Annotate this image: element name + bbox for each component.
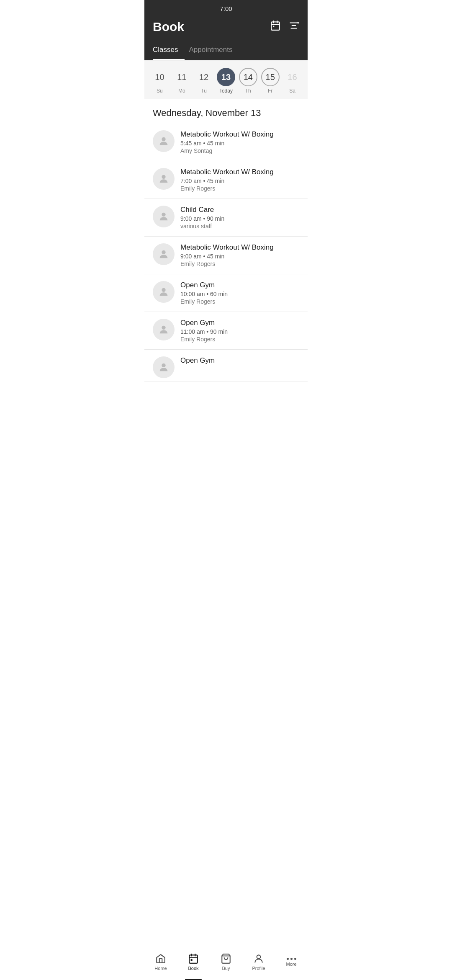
day-number-15: 15 (261, 68, 280, 86)
class-time: 10:00 am • 60 min (180, 291, 299, 297)
class-name: Open Gym (180, 281, 299, 289)
day-label-13: Today (219, 88, 233, 94)
status-time: 7:00 (220, 5, 232, 12)
class-info: Open Gym 10:00 am • 60 min Emily Rogers (180, 281, 299, 305)
class-instructor: Amy Sontag (180, 147, 299, 154)
class-info: Metabolic Workout W/ Boxing 9:00 am • 45… (180, 243, 299, 267)
class-item[interactable]: Metabolic Workout W/ Boxing 5:45 am • 45… (144, 124, 308, 161)
calendar-day-15[interactable]: 15 Fr (260, 68, 280, 94)
day-label-16: Sa (289, 88, 295, 94)
day-label-12: Tu (201, 88, 207, 94)
day-label-10: Su (157, 88, 163, 94)
day-number-14: 14 (239, 68, 257, 86)
svg-point-16 (162, 364, 165, 367)
calendar-day-10[interactable]: 10 Su (149, 68, 170, 94)
svg-point-9 (298, 22, 299, 23)
svg-rect-0 (271, 22, 280, 30)
class-item[interactable]: Open Gym 10:00 am • 60 min Emily Rogers (144, 274, 308, 312)
svg-point-11 (162, 175, 165, 179)
class-instructor: Emily Rogers (180, 298, 299, 305)
class-instructor: Emily Rogers (180, 260, 299, 267)
class-info: Open Gym 11:00 am • 90 min Emily Rogers (180, 319, 299, 343)
calendar-day-12[interactable]: 12 Tu (194, 68, 214, 94)
calendar-icon[interactable] (270, 20, 281, 34)
class-info: Child Care 9:00 am • 90 min various staf… (180, 206, 299, 230)
avatar (153, 130, 175, 152)
class-info: Metabolic Workout W/ Boxing 7:00 am • 45… (180, 168, 299, 192)
calendar-day-16[interactable]: 16 Sa (282, 68, 302, 94)
avatar (153, 168, 175, 190)
class-time: 9:00 am • 90 min (180, 215, 299, 222)
class-name: Open Gym (180, 356, 299, 365)
avatar (153, 356, 175, 378)
svg-point-13 (162, 250, 165, 254)
class-item[interactable]: Metabolic Workout W/ Boxing 7:00 am • 45… (144, 161, 308, 199)
day-number-16: 16 (283, 68, 301, 86)
class-item[interactable]: Child Care 9:00 am • 90 min various staf… (144, 199, 308, 237)
day-number-13: 13 (217, 68, 235, 86)
class-name: Open Gym (180, 319, 299, 327)
header: Book (144, 15, 308, 41)
tab-appointments[interactable]: Appointments (189, 41, 239, 60)
class-time: 7:00 am • 45 min (180, 178, 299, 184)
svg-point-15 (162, 326, 165, 330)
calendar-day-13[interactable]: 13 Today (216, 68, 236, 94)
avatar (153, 281, 175, 303)
class-name: Metabolic Workout W/ Boxing (180, 130, 299, 139)
class-time: 9:00 am • 45 min (180, 253, 299, 260)
tabs: Classes Appointments (144, 41, 308, 60)
svg-point-14 (162, 288, 165, 292)
day-label-11: Mo (178, 88, 185, 94)
class-list: Metabolic Workout W/ Boxing 5:45 am • 45… (144, 124, 308, 382)
svg-point-10 (162, 137, 165, 141)
status-bar: 7:00 (144, 0, 308, 15)
day-number-11: 11 (172, 68, 191, 86)
class-name: Metabolic Workout W/ Boxing (180, 243, 299, 252)
class-info: Open Gym (180, 356, 299, 366)
class-time: 11:00 am • 90 min (180, 328, 299, 335)
header-actions (270, 20, 299, 34)
day-label-14: Th (245, 88, 251, 94)
avatar (153, 319, 175, 340)
avatar (153, 206, 175, 227)
class-instructor: Emily Rogers (180, 185, 299, 192)
class-info: Metabolic Workout W/ Boxing 5:45 am • 45… (180, 130, 299, 154)
day-label-15: Fr (268, 88, 272, 94)
svg-point-12 (162, 213, 165, 217)
calendar-day-11[interactable]: 11 Mo (172, 68, 192, 94)
day-number-10: 10 (150, 68, 169, 86)
class-time: 5:45 am • 45 min (180, 140, 299, 147)
class-item[interactable]: Open Gym (144, 350, 308, 382)
day-number-12: 12 (195, 68, 213, 86)
class-name: Child Care (180, 206, 299, 214)
class-instructor: Emily Rogers (180, 336, 299, 343)
filter-icon[interactable] (288, 20, 299, 34)
class-item[interactable]: Open Gym 11:00 am • 90 min Emily Rogers (144, 312, 308, 350)
class-instructor: various staff (180, 223, 299, 230)
calendar-day-14[interactable]: 14 Th (238, 68, 258, 94)
class-name: Metabolic Workout W/ Boxing (180, 168, 299, 176)
date-heading: Wednesday, November 13 (144, 99, 308, 124)
tab-classes[interactable]: Classes (153, 41, 185, 60)
calendar-strip: 10 Su 11 Mo 12 Tu 13 Today 14 Th 15 Fr 1… (144, 60, 308, 99)
class-item[interactable]: Metabolic Workout W/ Boxing 9:00 am • 45… (144, 237, 308, 274)
page-title: Book (153, 20, 184, 34)
avatar (153, 243, 175, 265)
